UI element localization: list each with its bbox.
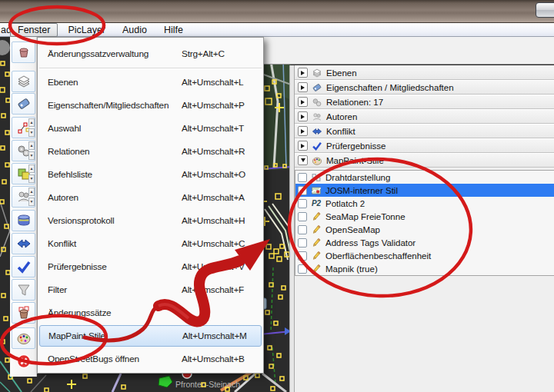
p2-logo-icon: P2 xyxy=(311,199,322,208)
style-checkbox[interactable] xyxy=(298,264,307,274)
checkmark-icon xyxy=(312,141,322,151)
menu-item-eigenschaften[interactable]: Eigenschaften/Mitgliedschaften Alt+Umsch… xyxy=(38,94,263,117)
panel-splitter[interactable] xyxy=(289,65,295,392)
pencil-icon xyxy=(311,264,322,274)
panel-section-relationen[interactable]: Relationen: 17 xyxy=(295,95,554,109)
pencil-icon xyxy=(311,224,322,235)
section-label: MapPaint-Stile xyxy=(326,156,384,165)
mappaint-styles-list: Drahtdarstellung ✓ JOSM-interner Stil P2… xyxy=(295,170,554,276)
version-history-button[interactable] xyxy=(12,210,35,231)
spinner-control[interactable]: ▲▼ xyxy=(28,164,35,183)
relations-button[interactable]: ▲▼ xyxy=(12,140,35,161)
selection-button[interactable]: ▲▼ xyxy=(12,117,35,138)
spinner-control[interactable]: ▲▼ xyxy=(28,188,35,206)
dialogs-panel: Ebenen Eigenschaften / Mitgliedschaften … xyxy=(295,65,554,392)
menu-item-relationen[interactable]: Relationen Alt+Umschalt+R xyxy=(38,140,263,163)
expand-button[interactable] xyxy=(298,97,308,107)
style-row-mapnik-true[interactable]: Mapnik (true) xyxy=(295,262,554,275)
mappaint-styles-button[interactable] xyxy=(12,327,35,349)
tags-button[interactable] xyxy=(12,93,35,115)
style-checkbox[interactable] xyxy=(298,173,307,182)
map-place-label: Pfronten-Steinach xyxy=(175,380,240,389)
minimize-button[interactable] xyxy=(536,2,554,18)
style-label: Potlatch 2 xyxy=(325,199,365,208)
conflict-arrows-icon xyxy=(16,236,32,251)
section-label: Konflikt xyxy=(326,127,355,136)
collapse-button[interactable] xyxy=(298,155,308,165)
menu-item-autoren[interactable]: Autoren Alt+Umschalt+A xyxy=(38,186,263,209)
funnel-icon xyxy=(16,282,32,297)
panel-section-eigenschaften[interactable]: Eigenschaften / Mitgliedschaften xyxy=(295,80,554,95)
style-label: Address Tags Validator xyxy=(325,238,416,247)
expand-button[interactable] xyxy=(298,82,308,92)
checkmark-icon xyxy=(16,259,32,274)
section-label: Autoren xyxy=(326,112,357,121)
changesets-button[interactable] xyxy=(12,302,35,324)
palette-icon xyxy=(16,331,32,346)
menu-item-mappaint-stile[interactable]: MapPaint-Stile Alt+Umschalt+M xyxy=(39,325,262,347)
left-toolbar: ▲▼ ▲▼ ▲▼ ▲▼ xyxy=(10,37,37,377)
menu-item-aenderungssaetze[interactable]: Änderungssätze xyxy=(38,301,263,324)
style-label: Mapnik (true) xyxy=(325,264,378,274)
style-row-potlatch-2[interactable]: P2 Potlatch 2 xyxy=(295,197,554,210)
expand-button[interactable] xyxy=(298,141,308,151)
panel-section-autoren[interactable]: Autoren xyxy=(295,109,554,124)
style-label: SeaMap FreieTonne xyxy=(325,212,405,221)
menu-item-openstreetbugs[interactable]: OpenStreetBugs öffnen Alt+Umschalt+B xyxy=(38,347,263,370)
menu-item-ebenen[interactable]: Ebenen Alt+Umschalt+L xyxy=(38,71,263,94)
menu-item-pruefergebnisse[interactable]: Prüfergebnisse Alt+Umschalt+V xyxy=(38,255,263,278)
section-label: Eigenschaften / Mitgliedschaften xyxy=(326,83,454,92)
menu-bar: ad Fenster PicLayer Audio Hilfe xyxy=(0,23,554,37)
panel-section-pruefergebnisse[interactable]: Prüfergebnisse xyxy=(295,138,554,153)
menu-item-filter[interactable]: Filter Alt+Umschalt+F xyxy=(38,278,263,301)
menu-item-auswahl[interactable]: Auswahl Alt+Umschalt+T xyxy=(38,117,263,140)
layers-icon xyxy=(312,68,322,78)
validator-button[interactable] xyxy=(12,256,35,277)
menu-item-konflikt[interactable]: Konflikt Alt+Umschalt+C xyxy=(38,232,263,255)
style-checkbox[interactable] xyxy=(298,251,307,261)
spinner-control[interactable]: ▲▼ xyxy=(28,141,35,160)
style-row-drahtdarstellung[interactable]: Drahtdarstellung xyxy=(295,171,554,184)
expand-button[interactable] xyxy=(298,126,308,136)
openstreetbugs-button[interactable] xyxy=(12,350,35,372)
gears-icon xyxy=(312,97,322,108)
layers-button[interactable] xyxy=(12,71,35,92)
style-checkbox[interactable] xyxy=(298,225,307,234)
menu-item-versionsprotokoll[interactable]: Versionsprotokoll Alt+Umschalt+H xyxy=(38,209,263,232)
wireframe-icon xyxy=(311,172,322,183)
panel-section-ebenen[interactable]: Ebenen xyxy=(295,65,554,80)
style-row-seamap-freietonne[interactable]: SeaMap FreieTonne xyxy=(295,210,554,223)
spinner-control[interactable]: ▲▼ xyxy=(28,118,35,137)
style-label: Oberflächenbeschaffenheit xyxy=(325,251,431,261)
command-stack-button[interactable]: ▲▼ xyxy=(12,163,35,184)
menubar-item-piclayer[interactable]: PicLayer xyxy=(61,24,112,36)
pencil-icon xyxy=(311,211,322,222)
authors-button[interactable]: ▲▼ xyxy=(12,186,35,208)
style-checkbox[interactable] xyxy=(298,238,307,247)
menu-item-befehlsliste[interactable]: Befehlsliste Alt+Umschalt+O xyxy=(38,163,263,186)
menu-item-aenderungssatzverwaltung[interactable]: Änderungssatzverwaltung Strg+Alt+C xyxy=(38,42,263,65)
trash-icon xyxy=(16,45,32,60)
conflict-button[interactable] xyxy=(12,233,35,254)
style-checkbox[interactable] xyxy=(298,199,307,208)
filter-button[interactable] xyxy=(12,279,35,301)
menubar-item-partial[interactable]: ad xyxy=(0,25,10,35)
menubar-item-hilfe[interactable]: Hilfe xyxy=(157,24,190,36)
osb-close-icon xyxy=(16,354,32,369)
josm-window: Pfronten-Steinach ad Fenster PicLayer Au… xyxy=(0,0,554,392)
menubar-item-fenster[interactable]: Fenster xyxy=(10,23,58,37)
style-row-josm-interner-stil[interactable]: ✓ JOSM-interner Stil xyxy=(295,184,554,197)
changeset-manager-button[interactable] xyxy=(12,42,35,63)
menubar-item-audio[interactable]: Audio xyxy=(115,24,154,36)
expand-button[interactable] xyxy=(298,111,308,121)
style-row-oberflaechenbeschaffenheit[interactable]: Oberflächenbeschaffenheit xyxy=(295,249,554,262)
style-checkbox[interactable] xyxy=(298,212,307,221)
style-row-address-tags-validator[interactable]: Address Tags Validator xyxy=(295,236,554,249)
style-checkbox-checked[interactable]: ✓ xyxy=(298,186,307,195)
panel-section-konflikt[interactable]: Konflikt xyxy=(295,124,554,138)
style-row-openseamap[interactable]: OpenSeaMap xyxy=(295,223,554,236)
fenster-menu: Änderungssatzverwaltung Strg+Alt+C Ebene… xyxy=(37,37,264,374)
expand-button[interactable] xyxy=(298,68,308,78)
panel-section-mappaint[interactable]: MapPaint-Stile xyxy=(295,153,554,168)
conflict-arrows-icon xyxy=(312,126,322,137)
